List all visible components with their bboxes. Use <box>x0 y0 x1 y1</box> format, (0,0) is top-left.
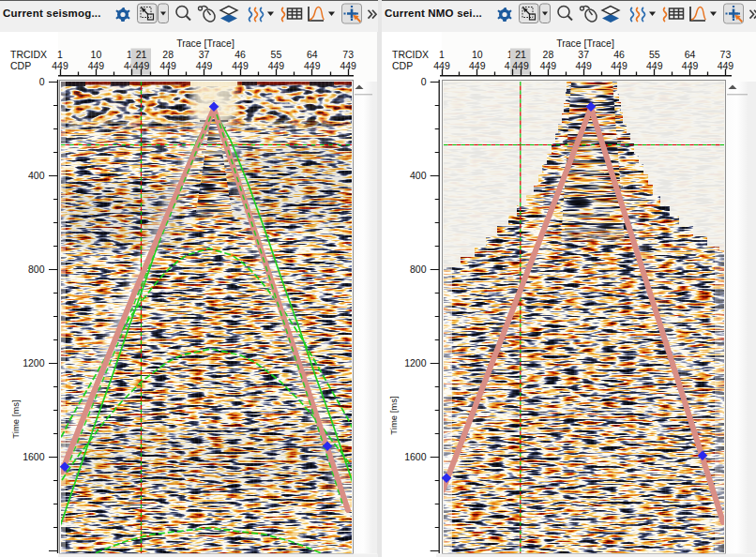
svg-text:55: 55 <box>271 49 282 60</box>
svg-text:1200: 1200 <box>404 357 427 369</box>
svg-text:28: 28 <box>162 49 174 60</box>
svg-text:64: 64 <box>685 49 696 60</box>
svg-text:800: 800 <box>28 263 45 275</box>
svg-text:TRCIDX: TRCIDX <box>392 49 429 60</box>
svg-text:37: 37 <box>199 49 210 60</box>
svg-text:73: 73 <box>342 49 354 60</box>
svg-text:1600: 1600 <box>404 451 427 462</box>
svg-text:37: 37 <box>578 49 589 60</box>
svg-text:21: 21 <box>515 49 526 60</box>
svg-text:0: 0 <box>39 76 45 87</box>
svg-text:800: 800 <box>410 263 427 275</box>
svg-text:TRCIDX: TRCIDX <box>10 49 47 60</box>
svg-text:Trace [Trace]: Trace [Trace] <box>176 38 234 49</box>
svg-text:Time [ms]: Time [ms] <box>10 399 21 438</box>
svg-text:1200: 1200 <box>23 357 45 369</box>
svg-text:28: 28 <box>543 49 554 60</box>
svg-text:Time [ms]: Time [ms] <box>388 396 399 434</box>
svg-text:10: 10 <box>472 49 483 60</box>
svg-text:Trace [Trace]: Trace [Trace] <box>556 38 614 49</box>
svg-text:55: 55 <box>649 49 660 60</box>
svg-text:0: 0 <box>421 76 427 87</box>
svg-text:10: 10 <box>91 49 102 60</box>
svg-text:46: 46 <box>613 49 625 60</box>
svg-text:400: 400 <box>28 170 45 181</box>
svg-text:73: 73 <box>720 49 732 60</box>
svg-text:1: 1 <box>57 49 63 60</box>
svg-text:400: 400 <box>410 170 427 181</box>
svg-text:1600: 1600 <box>23 451 45 462</box>
svg-text:21: 21 <box>136 49 147 60</box>
svg-text:64: 64 <box>307 49 318 60</box>
svg-text:1: 1 <box>439 49 445 60</box>
svg-text:CDP: CDP <box>10 60 31 71</box>
svg-text:CDP: CDP <box>392 60 413 71</box>
svg-text:46: 46 <box>234 49 246 60</box>
